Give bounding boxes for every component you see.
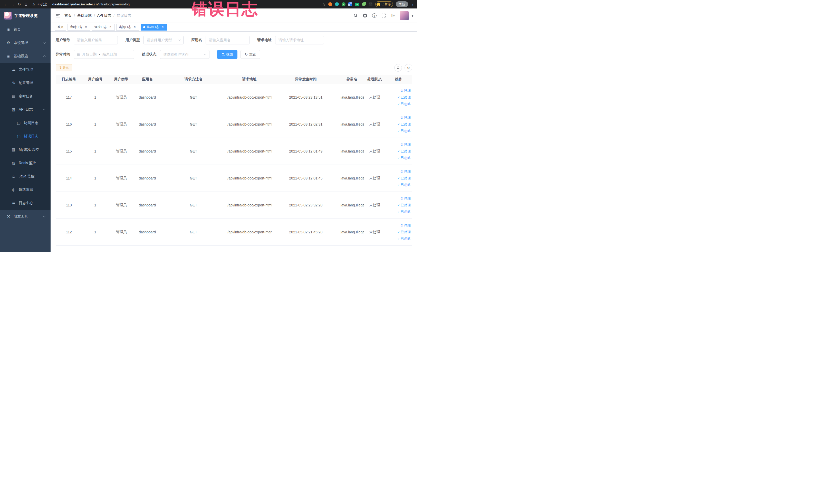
sidebar-item[interactable]: 日志中心 <box>0 196 50 210</box>
file-icon <box>11 67 16 72</box>
toggle-search-button[interactable] <box>394 64 402 72</box>
check-icon <box>398 175 400 182</box>
processed-link[interactable]: 已处理 <box>386 94 411 101</box>
app-logo-image <box>4 12 12 20</box>
breadcrumb-item[interactable]: 错误日志 <box>111 13 131 18</box>
avatar[interactable] <box>400 11 409 20</box>
detail-link[interactable]: 详细 <box>386 195 411 202</box>
processed-link[interactable]: 已处理 <box>386 121 411 127</box>
ignored-link[interactable]: 已忽略 <box>386 208 411 215</box>
search-button[interactable]: 搜索 <box>217 50 238 59</box>
tab[interactable]: 首页 <box>55 24 66 31</box>
tab[interactable]: 调度日志 <box>92 24 115 31</box>
sidebar-toggle-icon[interactable] <box>56 14 60 18</box>
avatar-caret-icon[interactable] <box>412 13 413 18</box>
sidebar-item[interactable]: 研发工具 <box>0 210 50 223</box>
refresh-table-button[interactable] <box>405 64 412 72</box>
sidebar-item[interactable]: 首页 <box>0 23 50 36</box>
column-header: 用户类型 <box>108 75 134 84</box>
exception-time-label: 异常时间 <box>56 52 70 57</box>
user-type-select-input[interactable] <box>143 36 184 44</box>
help-icon[interactable] <box>372 13 376 18</box>
sidebar-item[interactable]: 链路追踪 <box>0 183 50 196</box>
detail-link[interactable]: 详细 <box>386 168 411 175</box>
reload-icon[interactable] <box>16 2 23 7</box>
exception-time-range-picker[interactable]: 开始日期 - 结束日期 <box>74 50 134 59</box>
close-icon[interactable] <box>161 25 165 29</box>
extension-green-check-icon[interactable] <box>342 2 346 6</box>
ignored-link[interactable]: 已忽略 <box>386 101 411 107</box>
detail-link[interactable]: 详细 <box>386 87 411 94</box>
sidebar-item[interactable]: 系统管理 <box>0 36 50 49</box>
address-bar[interactable]: 不安全 dashboard.yudao.iocoder.cn/infra/log… <box>32 2 130 7</box>
close-icon[interactable] <box>108 25 112 29</box>
sidebar-item[interactable]: 错误日志 <box>0 130 50 143</box>
process-status-select-input[interactable] <box>160 50 209 59</box>
check-icon <box>398 101 400 107</box>
filter-form: 用户编号 用户类型 应用名 请求 <box>56 36 412 59</box>
url-text[interactable]: dashboard.yudao.iocoder.cn/infra/log/api… <box>53 2 130 6</box>
browser-home-icon[interactable] <box>23 2 29 7</box>
extension-teal-icon[interactable] <box>335 2 339 6</box>
sidebar-item[interactable]: Java 监控 <box>0 170 50 183</box>
detail-link[interactable]: 详细 <box>386 114 411 121</box>
bookmark-star-icon[interactable] <box>322 2 325 7</box>
sidebar-item[interactable]: API 日志 <box>0 103 50 116</box>
tab[interactable]: 访问日志 <box>116 24 139 31</box>
extension-paused-badge[interactable]: 已暂停 <box>375 1 393 7</box>
tab[interactable]: 定时任务 <box>67 24 90 31</box>
export-button[interactable]: 导出 <box>56 64 72 72</box>
sidebar-item[interactable]: 基础设施 <box>0 49 50 63</box>
extension-dark-icon[interactable] <box>369 2 372 6</box>
processed-link[interactable]: 已处理 <box>386 175 411 182</box>
github-icon[interactable] <box>363 13 367 18</box>
cell-app-name: dashboard <box>134 191 161 219</box>
browser-menu-icon[interactable] <box>411 2 415 7</box>
app-name-input[interactable] <box>206 36 249 44</box>
cell-request-url: /api/infra/db-doc/export-html <box>226 138 272 165</box>
breadcrumb-item[interactable]: 首页 <box>64 13 72 18</box>
api-log-icon <box>11 107 16 112</box>
processed-link[interactable]: 已处理 <box>386 229 411 236</box>
user-type-select[interactable] <box>143 36 184 44</box>
cell-status: 未处理 <box>364 219 385 245</box>
processed-link[interactable]: 已处理 <box>386 202 411 208</box>
request-url-input[interactable] <box>275 36 324 44</box>
sidebar-item[interactable]: 配置管理 <box>0 76 50 89</box>
breadcrumb-item[interactable]: 基础设施 <box>72 13 91 18</box>
extension-leaf-icon[interactable] <box>362 2 366 6</box>
ignored-link[interactable]: 已忽略 <box>386 127 411 134</box>
detail-link[interactable]: 详细 <box>386 141 411 148</box>
sidebar-item[interactable]: MySQL 监控 <box>0 143 50 156</box>
table-toolbar: 导出 <box>56 64 412 72</box>
font-size-icon[interactable] <box>391 14 395 18</box>
ignored-link[interactable]: 已忽略 <box>386 182 411 188</box>
processed-link[interactable]: 已处理 <box>386 148 411 155</box>
sidebar-item[interactable]: Redis 监控 <box>0 156 50 170</box>
fullscreen-icon[interactable] <box>382 13 386 18</box>
sidebar-item[interactable]: 定时任务 <box>0 89 50 103</box>
toolbar-right <box>394 64 412 72</box>
sidebar-item[interactable]: 访问日志 <box>0 116 50 130</box>
browser-update-button[interactable]: 更新 <box>396 1 408 7</box>
reset-button[interactable]: 重置 <box>241 50 260 59</box>
ignored-link[interactable]: 已忽略 <box>386 155 411 161</box>
sidebar-item[interactable]: 文件管理 <box>0 63 50 76</box>
back-icon[interactable] <box>3 2 9 6</box>
detail-link[interactable]: 详细 <box>386 222 411 229</box>
extension-orange-icon[interactable] <box>328 2 332 6</box>
search-icon[interactable] <box>353 13 358 18</box>
cell-app-name: dashboard <box>134 219 161 245</box>
user-id-input[interactable] <box>74 36 118 44</box>
tab[interactable]: 错误日志 <box>141 24 167 31</box>
forward-icon[interactable] <box>9 2 16 6</box>
cell-exception-name: java.lang.IllegalArgumentException <box>340 219 364 245</box>
ignored-link[interactable]: 已忽略 <box>386 236 411 242</box>
extension-on-badge-icon[interactable]: on <box>355 3 359 6</box>
check-icon <box>398 148 400 155</box>
process-status-select[interactable] <box>160 50 209 59</box>
close-icon[interactable] <box>84 25 88 29</box>
close-icon[interactable] <box>133 25 137 29</box>
extension-blue-grid-icon[interactable] <box>348 2 352 6</box>
breadcrumb-item[interactable]: API 日志 <box>91 13 111 18</box>
